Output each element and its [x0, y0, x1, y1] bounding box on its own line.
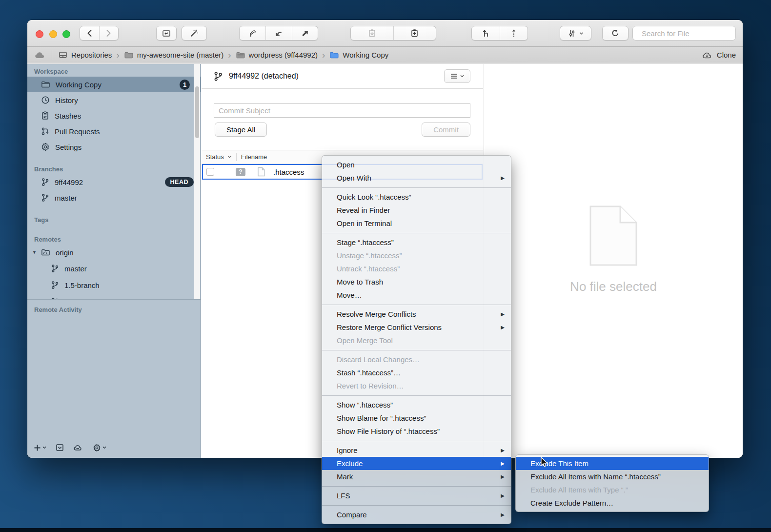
menu-item-move[interactable]: Move…: [322, 288, 511, 302]
breadcrumb-repo[interactable]: my-awesome-site (master): [124, 51, 224, 59]
menu-item-show[interactable]: Show “.htaccess”: [322, 398, 511, 411]
detail-pane: No file selected: [484, 64, 743, 458]
hamburger-icon: [450, 73, 458, 79]
sidebar-item-origin-master[interactable]: master: [27, 260, 201, 277]
cloud-icon[interactable]: [34, 51, 47, 60]
stage-checkbox[interactable]: [206, 168, 214, 176]
unstash-icon: [410, 29, 419, 38]
head-badge: HEAD: [165, 177, 194, 187]
sidebar-scrollbar[interactable]: [194, 64, 200, 299]
column-divider[interactable]: [236, 153, 237, 161]
sidebar-item-remote-origin[interactable]: ▼ origin: [27, 245, 201, 260]
commit-subject-input[interactable]: [214, 103, 470, 118]
menu-item-create-exclude-pattern[interactable]: Create Exclude Pattern…: [516, 496, 709, 510]
sidebar-item-origin-1-5-branch[interactable]: 1.5-branch: [27, 277, 201, 293]
breadcrumb-label: Working Copy: [343, 51, 388, 59]
chevron-down-icon[interactable]: [227, 155, 232, 159]
view-options-button[interactable]: [444, 69, 470, 83]
inbox-button[interactable]: [56, 444, 64, 451]
menu-item-exclude-all-with-name[interactable]: Exclude All Items with Name “.htaccess”: [516, 470, 709, 483]
close-window-button[interactable]: [36, 30, 43, 38]
clone-cloud-icon: [702, 51, 713, 60]
forward-button[interactable]: [100, 26, 118, 40]
menu-item-label: Discard Local Changes…: [337, 355, 420, 364]
sidebar-item-origin-2-0-branch[interactable]: 2.0-branch: [27, 293, 201, 299]
create-tag-button[interactable]: [500, 26, 528, 40]
menu-item-show-file-history[interactable]: Show File History of “.htaccess”: [322, 425, 511, 438]
add-button[interactable]: [34, 444, 46, 451]
unstash-button[interactable]: [394, 26, 436, 40]
filter-button[interactable]: [560, 26, 591, 41]
sidebar-item-branch-master[interactable]: master: [27, 190, 201, 205]
clone-button[interactable]: Clone: [702, 51, 736, 60]
breadcrumb-submodule[interactable]: wordpress (9ff44992): [236, 51, 318, 59]
push-button[interactable]: [292, 26, 318, 40]
menu-item-unstage: Unstage “.htaccess”: [322, 249, 511, 262]
menu-item-open-with[interactable]: Open With▶: [322, 171, 511, 184]
menu-item-open-in-terminal[interactable]: Open in Terminal: [322, 217, 511, 230]
quick-actions-button[interactable]: [182, 26, 207, 41]
menu-item-lfs[interactable]: LFS▶: [322, 489, 511, 502]
refresh-button[interactable]: [602, 26, 629, 41]
sidebar-settings-button[interactable]: [93, 444, 106, 452]
sidebar-item-pull-requests[interactable]: Pull Requests: [27, 123, 201, 139]
filename-label: .htaccess: [273, 168, 304, 176]
search-field[interactable]: [632, 26, 736, 41]
open-repository-button[interactable]: [156, 26, 177, 41]
stash-button[interactable]: [351, 26, 393, 40]
sidebar-item-settings[interactable]: Settings: [27, 139, 201, 155]
back-button[interactable]: [80, 26, 99, 40]
menu-separator: [322, 441, 511, 441]
sliders-icon: [568, 29, 576, 38]
search-input[interactable]: [641, 29, 740, 38]
menu-item-stage[interactable]: Stage “.htaccess”: [322, 236, 511, 249]
menu-item-ignore[interactable]: Ignore▶: [322, 444, 511, 457]
menu-item-open[interactable]: Open: [322, 158, 511, 171]
menu-item-label: Mark: [337, 472, 353, 481]
minimize-window-button[interactable]: [49, 30, 57, 38]
create-branch-button[interactable]: [472, 26, 500, 40]
sidebar-item-label: Stashes: [55, 112, 81, 120]
menu-item-move-to-trash[interactable]: Move to Trash: [322, 275, 511, 288]
pull-button[interactable]: [266, 26, 291, 40]
magic-wand-icon: [190, 29, 199, 38]
plus-icon: [34, 444, 41, 451]
commit-pane-header: 9ff44992 (detached): [202, 64, 483, 89]
submenu-arrow-icon: ▶: [501, 508, 505, 521]
menu-item-label: Stash “.htaccess”…: [337, 368, 401, 377]
menu-item-mark[interactable]: Mark▶: [322, 470, 511, 483]
breadcrumb-working-copy[interactable]: Working Copy: [329, 51, 388, 59]
menu-item-reveal-in-finder[interactable]: Reveal in Finder: [322, 204, 511, 217]
menu-item-label: Move to Trash: [337, 278, 383, 286]
menu-item-resolve-merge-conflicts[interactable]: Resolve Merge Conflicts▶: [322, 307, 511, 321]
pull-request-icon: [41, 127, 49, 136]
breadcrumb-repositories[interactable]: Repositories: [58, 51, 112, 59]
menu-item-show-blame[interactable]: Show Blame for “.htaccess”: [322, 411, 511, 425]
menu-item-restore-merge-conflict-versions[interactable]: Restore Merge Conflict Versions▶: [322, 321, 511, 334]
zoom-window-button[interactable]: [62, 30, 70, 38]
column-header-status[interactable]: Status: [206, 153, 224, 161]
working-copy-folder-icon: [329, 51, 339, 59]
menu-item-quick-look[interactable]: Quick Look “.htaccess”: [322, 190, 511, 204]
commit-button[interactable]: Commit: [422, 123, 470, 137]
current-ref-title: 9ff44992 (detached): [229, 72, 299, 81]
section-header-branches: Branches: [27, 162, 201, 174]
cloud-accounts-button[interactable]: [73, 444, 83, 451]
section-header-remotes: Remotes: [27, 232, 201, 245]
clock-icon: [41, 96, 50, 104]
submenu-arrow-icon: ▶: [501, 307, 505, 321]
sidebar-item-working-copy[interactable]: Working Copy 1: [27, 77, 201, 92]
menu-item-stash[interactable]: Stash “.htaccess”…: [322, 366, 511, 379]
sidebar-item-stashes[interactable]: Stashes: [27, 108, 201, 123]
fetch-button[interactable]: [240, 26, 265, 40]
scrollbar-thumb[interactable]: [195, 86, 199, 138]
breadcrumb-label: wordpress (9ff44992): [249, 51, 318, 59]
sidebar-item-label: origin: [56, 248, 74, 257]
sidebar-item-history[interactable]: History: [27, 92, 201, 108]
column-header-filename[interactable]: Filename: [241, 153, 267, 161]
sidebar-item-branch-9ff44992[interactable]: 9ff44992 HEAD: [27, 174, 201, 190]
stage-all-button[interactable]: Stage All: [215, 123, 267, 137]
menu-item-compare[interactable]: Compare▶: [322, 508, 511, 521]
menu-item-exclude[interactable]: Exclude▶: [322, 457, 511, 470]
disclosure-triangle-icon[interactable]: ▼: [32, 250, 37, 255]
